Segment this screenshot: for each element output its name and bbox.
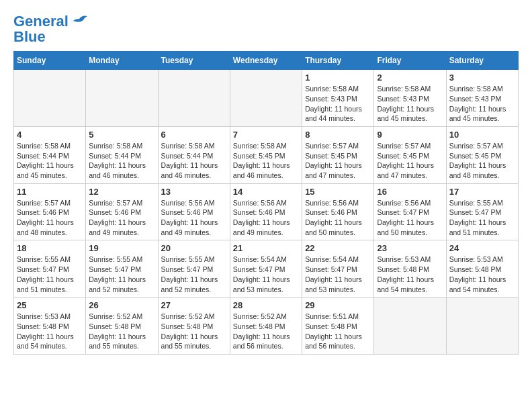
day-info: Sunrise: 5:57 AMSunset: 5:46 PMDaylight:…	[89, 198, 154, 238]
day-info: Sunrise: 5:54 AMSunset: 5:47 PMDaylight:…	[305, 255, 371, 294]
week-row-2: 4Sunrise: 5:58 AMSunset: 5:44 PMDaylight…	[14, 126, 519, 183]
calendar-cell	[230, 70, 302, 127]
calendar-cell: 1Sunrise: 5:58 AMSunset: 5:43 PMDaylight…	[302, 70, 374, 127]
calendar-cell	[374, 298, 446, 355]
calendar-cell	[446, 298, 518, 355]
week-row-1: 1Sunrise: 5:58 AMSunset: 5:43 PMDaylight…	[14, 70, 519, 127]
day-header-sunday: Sunday	[14, 52, 86, 70]
day-info: Sunrise: 5:58 AMSunset: 5:43 PMDaylight:…	[305, 84, 371, 124]
day-number: 7	[233, 130, 299, 140]
day-info: Sunrise: 5:58 AMSunset: 5:45 PMDaylight:…	[233, 141, 299, 181]
calendar-cell: 12Sunrise: 5:57 AMSunset: 5:46 PMDayligh…	[86, 183, 158, 240]
day-info: Sunrise: 5:55 AMSunset: 5:47 PMDaylight:…	[161, 255, 227, 294]
logo-bird-icon	[70, 13, 89, 27]
day-header-tuesday: Tuesday	[158, 52, 230, 70]
day-number: 18	[17, 243, 83, 253]
calendar-cell: 21Sunrise: 5:54 AMSunset: 5:47 PMDayligh…	[230, 240, 302, 298]
day-info: Sunrise: 5:58 AMSunset: 5:44 PMDaylight:…	[89, 141, 154, 181]
week-row-5: 25Sunrise: 5:53 AMSunset: 5:48 PMDayligh…	[14, 298, 519, 355]
day-number: 16	[377, 187, 443, 197]
day-info: Sunrise: 5:56 AMSunset: 5:46 PMDaylight:…	[161, 198, 227, 238]
day-number: 4	[17, 130, 83, 140]
calendar-cell: 16Sunrise: 5:56 AMSunset: 5:47 PMDayligh…	[374, 183, 446, 240]
day-info: Sunrise: 5:53 AMSunset: 5:48 PMDaylight:…	[17, 312, 83, 351]
calendar-cell	[158, 70, 230, 127]
calendar-cell: 28Sunrise: 5:52 AMSunset: 5:48 PMDayligh…	[230, 298, 302, 355]
day-info: Sunrise: 5:53 AMSunset: 5:48 PMDaylight:…	[377, 255, 443, 294]
day-number: 1	[305, 73, 371, 83]
day-info: Sunrise: 5:52 AMSunset: 5:48 PMDaylight:…	[89, 312, 154, 351]
day-header-thursday: Thursday	[302, 52, 374, 70]
calendar-cell: 13Sunrise: 5:56 AMSunset: 5:46 PMDayligh…	[158, 183, 230, 240]
day-number: 9	[377, 130, 443, 140]
calendar-cell	[86, 70, 158, 127]
day-number: 5	[89, 130, 154, 140]
calendar: SundayMondayTuesdayWednesdayThursdayFrid…	[13, 51, 519, 355]
calendar-cell: 6Sunrise: 5:58 AMSunset: 5:44 PMDaylight…	[158, 126, 230, 183]
day-number: 21	[233, 243, 299, 253]
calendar-cell: 24Sunrise: 5:53 AMSunset: 5:48 PMDayligh…	[446, 240, 518, 298]
calendar-cell: 15Sunrise: 5:56 AMSunset: 5:46 PMDayligh…	[302, 183, 374, 240]
day-header-friday: Friday	[374, 52, 446, 70]
day-number: 6	[161, 130, 227, 140]
days-header-row: SundayMondayTuesdayWednesdayThursdayFrid…	[14, 52, 519, 70]
day-number: 13	[161, 187, 227, 197]
day-info: Sunrise: 5:58 AMSunset: 5:44 PMDaylight:…	[17, 141, 83, 181]
day-info: Sunrise: 5:57 AMSunset: 5:46 PMDaylight:…	[17, 198, 83, 238]
calendar-cell: 7Sunrise: 5:58 AMSunset: 5:45 PMDaylight…	[230, 126, 302, 183]
calendar-cell: 5Sunrise: 5:58 AMSunset: 5:44 PMDaylight…	[86, 126, 158, 183]
day-number: 14	[233, 187, 299, 197]
day-number: 20	[161, 243, 227, 253]
day-number: 2	[377, 73, 443, 83]
day-number: 27	[161, 300, 227, 310]
day-info: Sunrise: 5:51 AMSunset: 5:48 PMDaylight:…	[305, 312, 371, 351]
day-info: Sunrise: 5:55 AMSunset: 5:47 PMDaylight:…	[17, 255, 83, 294]
day-header-saturday: Saturday	[446, 52, 518, 70]
calendar-cell: 8Sunrise: 5:57 AMSunset: 5:45 PMDaylight…	[302, 126, 374, 183]
day-number: 24	[449, 243, 515, 253]
day-info: Sunrise: 5:56 AMSunset: 5:46 PMDaylight:…	[233, 198, 299, 238]
day-number: 12	[89, 187, 154, 197]
calendar-cell: 9Sunrise: 5:57 AMSunset: 5:45 PMDaylight…	[374, 126, 446, 183]
logo-general: General	[13, 13, 69, 30]
calendar-cell: 4Sunrise: 5:58 AMSunset: 5:44 PMDaylight…	[14, 126, 86, 183]
day-number: 25	[17, 300, 83, 310]
calendar-cell: 26Sunrise: 5:52 AMSunset: 5:48 PMDayligh…	[86, 298, 158, 355]
day-info: Sunrise: 5:58 AMSunset: 5:44 PMDaylight:…	[161, 141, 227, 181]
calendar-cell: 27Sunrise: 5:52 AMSunset: 5:48 PMDayligh…	[158, 298, 230, 355]
calendar-cell	[14, 70, 86, 127]
calendar-cell: 14Sunrise: 5:56 AMSunset: 5:46 PMDayligh…	[230, 183, 302, 240]
week-row-3: 11Sunrise: 5:57 AMSunset: 5:46 PMDayligh…	[14, 183, 519, 240]
calendar-cell: 10Sunrise: 5:57 AMSunset: 5:45 PMDayligh…	[446, 126, 518, 183]
header: General Blue	[13, 13, 519, 44]
day-number: 17	[449, 187, 515, 197]
day-info: Sunrise: 5:55 AMSunset: 5:47 PMDaylight:…	[89, 255, 154, 294]
week-row-4: 18Sunrise: 5:55 AMSunset: 5:47 PMDayligh…	[14, 240, 519, 298]
day-number: 22	[305, 243, 371, 253]
day-info: Sunrise: 5:53 AMSunset: 5:48 PMDaylight:…	[449, 255, 515, 294]
day-number: 8	[305, 130, 371, 140]
day-info: Sunrise: 5:58 AMSunset: 5:43 PMDaylight:…	[449, 84, 515, 124]
day-info: Sunrise: 5:57 AMSunset: 5:45 PMDaylight:…	[305, 141, 371, 181]
day-info: Sunrise: 5:52 AMSunset: 5:48 PMDaylight:…	[161, 312, 227, 351]
day-info: Sunrise: 5:52 AMSunset: 5:48 PMDaylight:…	[233, 312, 299, 351]
logo: General Blue	[13, 13, 89, 44]
day-number: 28	[233, 300, 299, 310]
day-number: 11	[17, 187, 83, 197]
calendar-cell: 17Sunrise: 5:55 AMSunset: 5:47 PMDayligh…	[446, 183, 518, 240]
calendar-cell: 11Sunrise: 5:57 AMSunset: 5:46 PMDayligh…	[14, 183, 86, 240]
day-header-wednesday: Wednesday	[230, 52, 302, 70]
day-info: Sunrise: 5:57 AMSunset: 5:45 PMDaylight:…	[449, 141, 515, 181]
day-number: 19	[89, 243, 154, 253]
day-info: Sunrise: 5:56 AMSunset: 5:47 PMDaylight:…	[377, 198, 443, 238]
day-info: Sunrise: 5:55 AMSunset: 5:47 PMDaylight:…	[449, 198, 515, 238]
day-number: 29	[305, 300, 371, 310]
calendar-cell: 20Sunrise: 5:55 AMSunset: 5:47 PMDayligh…	[158, 240, 230, 298]
day-number: 26	[89, 300, 154, 310]
day-info: Sunrise: 5:57 AMSunset: 5:45 PMDaylight:…	[377, 141, 443, 181]
calendar-cell: 23Sunrise: 5:53 AMSunset: 5:48 PMDayligh…	[374, 240, 446, 298]
calendar-cell: 2Sunrise: 5:58 AMSunset: 5:43 PMDaylight…	[374, 70, 446, 127]
calendar-cell: 19Sunrise: 5:55 AMSunset: 5:47 PMDayligh…	[86, 240, 158, 298]
calendar-cell: 25Sunrise: 5:53 AMSunset: 5:48 PMDayligh…	[14, 298, 86, 355]
calendar-cell: 3Sunrise: 5:58 AMSunset: 5:43 PMDaylight…	[446, 70, 518, 127]
